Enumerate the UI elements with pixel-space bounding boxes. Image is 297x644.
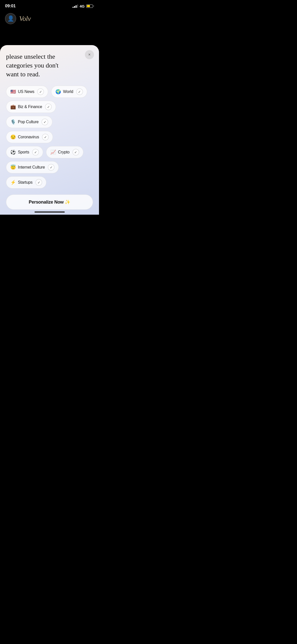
- personalize-label: Personalize Now ✨: [29, 200, 70, 205]
- category-internet-culture[interactable]: 😇 Internet Culture ✓: [6, 161, 59, 173]
- coronavirus-label: Coronavirus: [18, 135, 39, 139]
- crypto-label: Crypto: [58, 150, 70, 154]
- world-label: World: [63, 89, 73, 94]
- us-news-check: ✓: [37, 88, 44, 95]
- avatar[interactable]: 👤: [5, 13, 16, 24]
- sheet-title: please unselect the categories you don't…: [6, 52, 72, 79]
- user-icon: 👤: [7, 15, 14, 22]
- us-news-label: US News: [18, 89, 34, 94]
- app-logo: Volv: [19, 15, 31, 23]
- biz-finance-label: Biz & Finance: [18, 105, 42, 109]
- category-startups[interactable]: ⚡ Startups ✓: [6, 176, 46, 188]
- battery-icon: [86, 5, 94, 8]
- coronavirus-check: ✓: [42, 134, 49, 140]
- category-world[interactable]: 🌍 World ✓: [51, 86, 87, 98]
- status-time: 09:01: [5, 4, 16, 9]
- sports-emoji: ⚽: [10, 150, 16, 154]
- close-button[interactable]: ×: [85, 50, 94, 59]
- signal-icon: [73, 5, 78, 8]
- home-indicator: [35, 211, 65, 213]
- category-crypto[interactable]: 📈 Crypto ✓: [46, 146, 83, 158]
- category-sports[interactable]: ⚽ Sports ✓: [6, 146, 43, 158]
- internet-culture-check: ✓: [48, 164, 54, 171]
- category-coronavirus[interactable]: 😒 Coronavirus ✓: [6, 131, 53, 143]
- biz-finance-emoji: 💼: [10, 105, 16, 109]
- pop-culture-emoji: 🎙️: [10, 120, 16, 124]
- category-row-2: 💼 Biz & Finance ✓: [6, 101, 93, 113]
- category-us-news[interactable]: 🇺🇸 US News ✓: [6, 86, 48, 98]
- pop-culture-label: Pop Culture: [18, 120, 39, 124]
- status-icons: 4G: [73, 4, 94, 8]
- startups-emoji: ⚡: [10, 180, 16, 185]
- sports-check: ✓: [32, 149, 39, 155]
- world-emoji: 🌍: [55, 89, 61, 94]
- sports-label: Sports: [18, 150, 29, 154]
- pop-culture-check: ✓: [42, 119, 48, 125]
- category-row-3: 🎙️ Pop Culture ✓ 😒 Coronavirus ✓: [6, 116, 93, 143]
- app-header: 👤 Volv: [0, 11, 99, 27]
- category-row-4: ⚽ Sports ✓ 📈 Crypto ✓: [6, 146, 93, 158]
- category-sheet: × please unselect the categories you don…: [0, 45, 99, 215]
- startups-check: ✓: [36, 179, 42, 186]
- network-label: 4G: [80, 4, 85, 8]
- startups-label: Startups: [18, 180, 32, 185]
- category-row-1: 🇺🇸 US News ✓ 🌍 World ✓: [6, 86, 93, 98]
- category-row-6: ⚡ Startups ✓: [6, 176, 93, 188]
- crypto-check: ✓: [73, 149, 79, 155]
- category-biz-finance[interactable]: 💼 Biz & Finance ✓: [6, 101, 56, 113]
- coronavirus-emoji: 😒: [10, 135, 16, 139]
- world-check: ✓: [76, 88, 83, 95]
- categories-list: 🇺🇸 US News ✓ 🌍 World ✓ 💼 Biz & Finance ✓…: [6, 86, 93, 188]
- biz-finance-check: ✓: [45, 104, 52, 110]
- personalize-button[interactable]: Personalize Now ✨: [6, 195, 93, 210]
- status-bar: 09:01 4G: [0, 0, 99, 11]
- internet-culture-label: Internet Culture: [18, 165, 45, 170]
- us-news-emoji: 🇺🇸: [10, 89, 16, 94]
- category-row-5: 😇 Internet Culture ✓: [6, 161, 93, 173]
- category-pop-culture[interactable]: 🎙️ Pop Culture ✓: [6, 116, 52, 128]
- crypto-emoji: 📈: [50, 150, 56, 154]
- internet-culture-emoji: 😇: [10, 165, 16, 170]
- close-icon: ×: [88, 52, 90, 57]
